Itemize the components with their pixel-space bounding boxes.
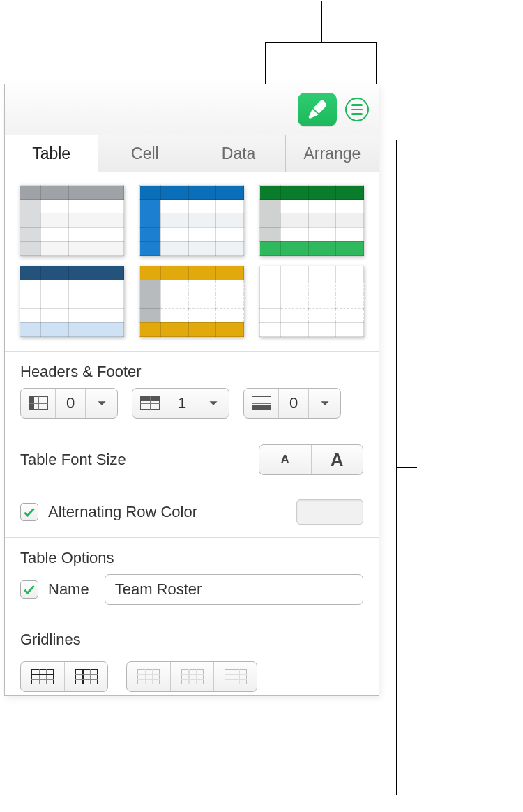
gridlines-vertical-button[interactable]	[64, 662, 107, 691]
table-name-input[interactable]	[105, 574, 363, 605]
tab-arrange[interactable]: Arrange	[285, 135, 379, 172]
headers-footer-section: Headers & Footer 0 1 0	[20, 352, 363, 433]
tab-cell[interactable]: Cell	[98, 135, 191, 172]
alternating-row-checkbox[interactable]: Alternating Row Color	[20, 503, 197, 521]
table-style-3[interactable]	[259, 185, 364, 256]
more-button[interactable]	[345, 98, 369, 121]
inspector-tabs: Table Cell Data Arrange	[5, 135, 379, 172]
inspector-panel: Table Cell Data Arrange	[4, 84, 379, 696]
footer-rows-icon	[252, 396, 271, 410]
gridlines-horizontal-button[interactable]	[21, 662, 64, 691]
chevron-down-icon	[209, 400, 218, 407]
font-size-control: A A	[259, 444, 363, 475]
alternating-row-section: Alternating Row Color	[20, 488, 363, 537]
header-columns-icon	[29, 396, 48, 410]
table-style-5[interactable]	[139, 266, 244, 337]
alternating-row-label: Alternating Row Color	[48, 503, 197, 521]
gridlines-header-v-button[interactable]	[170, 662, 213, 691]
checkmark-icon	[22, 505, 36, 519]
tab-data[interactable]: Data	[192, 135, 285, 172]
format-button[interactable]	[298, 93, 337, 126]
table-style-2[interactable]	[139, 185, 244, 256]
header-rows-value: 1	[167, 389, 197, 418]
paintbrush-icon	[307, 99, 328, 120]
chevron-down-icon	[97, 400, 107, 407]
alternating-row-color-swatch[interactable]	[296, 499, 363, 525]
callout-top-bracket	[265, 42, 377, 84]
footer-rows-value: 0	[279, 389, 308, 418]
gridlines-header-group	[126, 661, 257, 692]
headers-footer-title: Headers & Footer	[20, 363, 363, 381]
header-columns-stepper[interactable]: 0	[20, 388, 118, 419]
callout-right-bracket	[384, 140, 404, 795]
table-name-checkbox[interactable]: Name	[20, 580, 89, 599]
toolbar	[5, 84, 379, 135]
header-rows-stepper[interactable]: 1	[132, 388, 229, 419]
tab-table[interactable]: Table	[5, 135, 98, 172]
menu-icon	[351, 104, 363, 115]
gridlines-title: Gridlines	[20, 631, 363, 649]
font-size-larger-button[interactable]: A	[312, 445, 363, 474]
gridlines-section: Gridlines	[20, 619, 363, 695]
table-style-4[interactable]	[20, 266, 124, 337]
table-style-thumbnails	[20, 185, 363, 351]
header-columns-value: 0	[56, 389, 85, 418]
table-style-6[interactable]	[259, 266, 364, 337]
gridlines-outline-button[interactable]	[213, 662, 257, 691]
chevron-down-icon	[320, 400, 330, 407]
font-size-title: Table Font Size	[20, 451, 126, 469]
table-style-1[interactable]	[20, 185, 124, 256]
table-options-title: Table Options	[20, 549, 363, 567]
table-options-section: Table Options Name	[20, 538, 363, 619]
footer-rows-stepper[interactable]: 0	[243, 388, 341, 419]
tab-content: Headers & Footer 0 1 0	[5, 172, 379, 695]
checkmark-icon	[22, 582, 36, 596]
gridlines-header-h-button[interactable]	[127, 662, 170, 691]
font-size-section: Table Font Size A A	[20, 433, 363, 488]
font-size-smaller-button[interactable]: A	[259, 445, 312, 474]
header-rows-icon	[140, 396, 160, 410]
gridlines-body-group	[20, 661, 108, 692]
table-name-label: Name	[48, 580, 89, 599]
